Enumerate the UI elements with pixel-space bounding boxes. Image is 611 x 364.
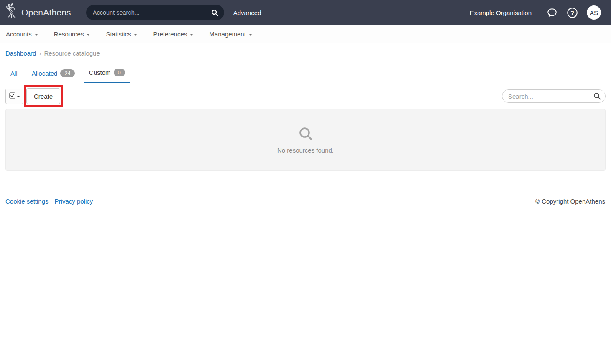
search-icon-large (298, 126, 313, 143)
chat-icon[interactable] (546, 6, 558, 19)
nav-item-accounts[interactable]: Accounts (6, 31, 38, 38)
logo-text: OpenAthens (21, 8, 71, 18)
resource-search-box (502, 89, 606, 103)
nav-item-resources[interactable]: Resources (54, 31, 90, 38)
empty-results-panel: No resources found. (5, 109, 606, 171)
create-button-wrap: Create (26, 88, 60, 104)
chevron-down-icon (134, 34, 137, 36)
allocated-count-badge: 24 (60, 69, 74, 77)
toolbar: Create (5, 88, 606, 104)
page-footer: Cookie settings Privacy policy © Copyrig… (0, 192, 611, 205)
header-right: Example Organisation ? AS (470, 5, 601, 20)
chevron-down-icon (35, 34, 38, 36)
bulk-select-dropdown[interactable] (5, 89, 23, 104)
tab-custom[interactable]: Custom 0 (84, 69, 130, 83)
privacy-policy-link[interactable]: Privacy policy (55, 198, 93, 205)
breadcrumb-separator: › (39, 50, 41, 57)
nav-item-statistics[interactable]: Statistics (106, 31, 137, 38)
advanced-search-link[interactable]: Advanced (233, 9, 261, 16)
copyright-text: © Copyright OpenAthens (535, 198, 605, 205)
nav-item-preferences[interactable]: Preferences (153, 31, 193, 38)
chevron-down-icon (249, 34, 252, 36)
tab-allocated[interactable]: Allocated 24 (27, 69, 80, 83)
top-header: OpenAthens Advanced Example Organisation… (0, 0, 611, 25)
openathens-logo-icon (6, 3, 18, 22)
resource-search-icon[interactable] (592, 91, 603, 102)
custom-count-badge: 0 (114, 69, 125, 76)
resource-tabs: All Allocated 24 Custom 0 (0, 69, 611, 83)
organisation-name: Example Organisation (470, 9, 532, 16)
breadcrumb-dashboard-link[interactable]: Dashboard (5, 50, 36, 57)
nav-item-management[interactable]: Management (209, 31, 252, 38)
empty-state-message: No resources found. (277, 147, 334, 154)
create-button[interactable]: Create (26, 88, 60, 104)
svg-text:?: ? (570, 9, 574, 16)
account-search-input[interactable] (93, 9, 209, 16)
cookie-settings-link[interactable]: Cookie settings (5, 198, 49, 205)
account-search-icon[interactable] (209, 7, 221, 18)
breadcrumb: Dashboard › Resource catalogue (0, 43, 611, 57)
tab-all[interactable]: All (5, 69, 23, 83)
resource-search-input[interactable] (508, 93, 592, 100)
chevron-down-icon (17, 96, 20, 97)
main-nav: Accounts Resources Statistics Preference… (0, 25, 611, 43)
chevron-down-icon (190, 34, 193, 36)
help-icon[interactable]: ? (566, 6, 578, 19)
account-search-box (86, 5, 224, 20)
user-avatar[interactable]: AS (587, 5, 601, 20)
checkbox-icon (9, 92, 15, 100)
openathens-logo[interactable]: OpenAthens (6, 3, 71, 22)
chevron-down-icon (87, 34, 90, 36)
breadcrumb-current-page: Resource catalogue (44, 50, 100, 57)
